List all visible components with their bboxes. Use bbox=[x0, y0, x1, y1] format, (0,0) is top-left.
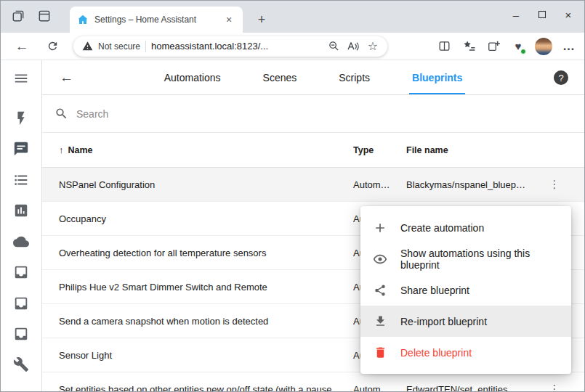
browser-tab[interactable]: Settings – Home Assistant × bbox=[70, 7, 243, 33]
sidebar-box-icon-3[interactable] bbox=[13, 326, 29, 342]
ha-nav-tabs: Automations Scenes Scripts Blueprints bbox=[161, 60, 466, 94]
row-name: Occupancy bbox=[59, 213, 353, 224]
row-name: Sensor Light bbox=[59, 350, 353, 361]
search-placeholder: Search bbox=[76, 108, 108, 120]
menu-item-share-blueprint[interactable]: Share blueprint bbox=[360, 274, 571, 306]
share-icon bbox=[372, 282, 388, 298]
not-secure-warning-icon bbox=[82, 41, 93, 52]
row-name: Overheating detection for all temperatur… bbox=[59, 248, 353, 258]
status-green-dot bbox=[520, 49, 526, 54]
table-header: ↑ Name Type File name bbox=[42, 133, 584, 168]
eye-icon bbox=[372, 251, 388, 267]
row-file: EdwardTEN/set_entities_bas… bbox=[406, 384, 537, 392]
menu-item-label: Delete blueprint bbox=[400, 347, 472, 359]
sidebar-box-icon-1[interactable] bbox=[13, 264, 29, 280]
ha-back-arrow[interactable]: ← bbox=[60, 60, 73, 95]
sidebar-menu-icon[interactable] bbox=[13, 70, 29, 86]
sidebar-chat-icon[interactable] bbox=[13, 141, 29, 157]
ha-header: ← Automations Scenes Scripts Blueprints … bbox=[42, 60, 584, 95]
tab-blueprints[interactable]: Blueprints bbox=[409, 60, 465, 94]
sidebar-cloud-icon[interactable] bbox=[13, 234, 29, 250]
favorites-hub-icon[interactable] bbox=[461, 38, 477, 54]
column-header-file[interactable]: File name bbox=[406, 145, 537, 155]
split-screen-icon[interactable] bbox=[436, 38, 452, 54]
new-tab-button[interactable]: + bbox=[252, 10, 271, 29]
menu-item-label: Show automations using this blueprint bbox=[400, 248, 560, 271]
profile-avatar[interactable] bbox=[535, 38, 552, 55]
menu-item-reimport-blueprint[interactable]: Re-import blueprint bbox=[360, 306, 571, 337]
row-type: Autom… bbox=[353, 179, 406, 190]
refresh-button[interactable] bbox=[43, 37, 62, 56]
row-type: Autom… bbox=[353, 384, 406, 392]
tab-actions-icon[interactable] bbox=[11, 9, 25, 23]
sidebar-chart-icon[interactable] bbox=[13, 203, 29, 219]
tab-scenes[interactable]: Scenes bbox=[260, 60, 300, 94]
row-overflow-menu-icon[interactable]: ⋮ bbox=[544, 379, 565, 391]
back-button[interactable]: ← bbox=[12, 37, 31, 56]
blueprint-context-menu: Create automation Show automations using… bbox=[360, 206, 571, 374]
tab-automations[interactable]: Automations bbox=[161, 60, 224, 94]
search-field[interactable]: Search bbox=[42, 95, 584, 133]
sort-ascending-icon: ↑ bbox=[59, 144, 64, 155]
read-aloud-icon[interactable] bbox=[346, 39, 360, 54]
column-header-name[interactable]: ↑ Name bbox=[59, 144, 353, 155]
ha-sidebar bbox=[1, 60, 42, 391]
browser-toolbar: ← Not secure homeassistant.local:8123/..… bbox=[1, 33, 584, 60]
security-label: Not secure bbox=[98, 41, 140, 52]
favorites-star-icon[interactable]: ☆ bbox=[366, 39, 380, 54]
minimize-button[interactable]: – bbox=[503, 4, 529, 25]
browser-titlebar: Settings – Home Assistant × + – × bbox=[1, 1, 584, 33]
tab-close-icon[interactable]: × bbox=[222, 13, 235, 26]
table-row[interactable]: Set entities based on other entities new… bbox=[42, 372, 584, 391]
address-bar[interactable]: Not secure homeassistant.local:8123/... … bbox=[73, 36, 387, 57]
menu-item-show-automations[interactable]: Show automations using this blueprint bbox=[360, 243, 571, 274]
column-header-type[interactable]: Type bbox=[353, 145, 406, 155]
row-name: Set entities based on other entities new… bbox=[59, 384, 353, 392]
collections-icon[interactable] bbox=[485, 38, 501, 54]
row-name: Philips Hue v2 Smart Dimmer Switch and R… bbox=[59, 282, 353, 293]
sidebar-box-icon-2[interactable] bbox=[13, 295, 29, 311]
tab-title: Settings – Home Assistant bbox=[94, 15, 222, 25]
settings-menu-icon[interactable]: … bbox=[561, 38, 577, 54]
sidebar-list-icon[interactable] bbox=[13, 172, 29, 188]
home-assistant-favicon bbox=[77, 14, 89, 25]
workspaces-icon[interactable] bbox=[37, 9, 52, 23]
plus-icon bbox=[372, 220, 388, 236]
help-icon[interactable]: ? bbox=[554, 70, 568, 85]
menu-item-delete-blueprint[interactable]: Delete blueprint bbox=[360, 337, 571, 368]
delete-icon bbox=[372, 345, 388, 361]
tab-scripts[interactable]: Scripts bbox=[336, 60, 373, 94]
sidebar-flash-icon[interactable] bbox=[13, 110, 29, 126]
menu-item-create-automation[interactable]: Create automation bbox=[360, 212, 571, 243]
menu-item-label: Share blueprint bbox=[400, 285, 469, 296]
row-name: NSPanel Configuration bbox=[59, 179, 353, 190]
browser-essentials-icon[interactable]: ♥ bbox=[510, 38, 526, 54]
row-file: Blackymas/nspanel_blueprin… bbox=[406, 179, 537, 190]
address-divider bbox=[145, 41, 146, 52]
url-text[interactable]: homeassistant.local:8123/... bbox=[151, 41, 321, 52]
browser-window: Settings – Home Assistant × + – × ← Not … bbox=[0, 0, 585, 392]
search-icon bbox=[55, 107, 68, 121]
download-icon bbox=[372, 314, 388, 330]
menu-item-label: Create automation bbox=[400, 222, 484, 234]
zoom-out-icon[interactable] bbox=[326, 39, 341, 54]
close-button[interactable]: × bbox=[555, 4, 581, 25]
table-row[interactable]: NSPanel Configuration Autom… Blackymas/n… bbox=[42, 168, 584, 202]
sidebar-wrench-icon[interactable] bbox=[13, 356, 29, 372]
header-name-label: Name bbox=[68, 145, 93, 155]
menu-item-label: Re-import blueprint bbox=[400, 316, 487, 327]
row-name: Send a camera snapshot when motion is de… bbox=[59, 316, 353, 327]
row-overflow-menu-icon[interactable]: ⋮ bbox=[544, 174, 565, 195]
maximize-button[interactable] bbox=[529, 4, 555, 25]
